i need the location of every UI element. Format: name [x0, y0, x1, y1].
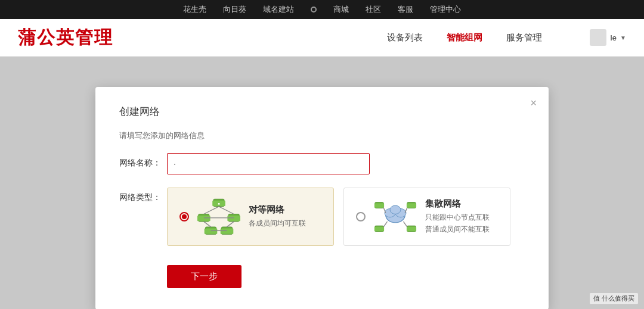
network-name-row: 网络名称：: [119, 153, 525, 174]
top-nav-yuming[interactable]: 域名建站: [263, 4, 294, 15]
svg-rect-26: [374, 227, 384, 231]
peer-network-icon: ■: [197, 198, 240, 236]
svg-line-11: [204, 207, 219, 214]
page-content: 创建网络 × 请填写您添加的网络信息 网络名称： 网络类型：: [0, 57, 644, 309]
header-nav: 设备列表 智能组网 服务管理 Ie ▼: [387, 29, 626, 46]
peer-radio-dot: [182, 214, 187, 219]
nav-service-mgmt[interactable]: 服务管理: [506, 32, 542, 43]
hub-network-card[interactable]: 集散网络 只能跟中心节点互联 普通成员间不能互联: [343, 188, 510, 246]
network-type-row: 网络类型： ■: [119, 188, 525, 246]
svg-line-12: [219, 207, 234, 214]
network-type-control: ■: [167, 188, 525, 246]
dialog-title: 创建网络: [119, 105, 525, 118]
dialog-close-button[interactable]: ×: [530, 98, 537, 108]
dialog-subtitle: 请填写您添加的网络信息: [119, 130, 525, 141]
top-nav-kefu[interactable]: 客服: [398, 4, 413, 15]
peer-card-info: 对等网络 各成员间均可互联: [249, 204, 306, 229]
peer-card-desc: 各成员间均可互联: [249, 218, 306, 229]
top-nav-shangcheng[interactable]: 商城: [333, 4, 349, 15]
peer-radio[interactable]: [179, 212, 189, 221]
top-nav-huashengke[interactable]: 花生壳: [183, 4, 206, 15]
svg-rect-8: [205, 229, 218, 234]
svg-rect-6: [227, 216, 240, 221]
svg-rect-10: [221, 229, 234, 234]
hub-radio[interactable]: [356, 212, 366, 221]
network-name-input[interactable]: [167, 153, 370, 174]
svg-line-13: [204, 221, 211, 227]
svg-text:■: ■: [218, 202, 219, 205]
user-dropdown-arrow-icon: ▼: [620, 35, 626, 41]
svg-rect-4: [197, 216, 210, 221]
user-name: Ie: [610, 33, 617, 42]
top-nav-guanli[interactable]: 管理中心: [430, 4, 461, 15]
user-avatar: [590, 29, 606, 46]
hub-card-name: 集散网络: [425, 198, 490, 210]
svg-rect-28: [407, 227, 416, 231]
svg-rect-24: [407, 204, 416, 208]
top-nav-dot-icon: [311, 7, 317, 13]
hub-network-icon: [374, 198, 417, 236]
peer-network-card[interactable]: ■: [167, 188, 334, 246]
watermark: 值 什么值得买: [590, 293, 638, 304]
network-type-label: 网络类型：: [119, 188, 167, 203]
svg-rect-22: [374, 204, 384, 208]
hub-card-desc: 只能跟中心节点互联 普通成员间不能互联: [425, 212, 490, 235]
header: 蒲公英管理 设备列表 智能组网 服务管理 Ie ▼: [0, 19, 644, 57]
network-type-cards: ■: [167, 188, 525, 246]
next-button[interactable]: 下一步: [167, 265, 242, 288]
nav-smart-network[interactable]: 智能组网: [447, 32, 482, 43]
user-menu[interactable]: Ie ▼: [590, 29, 626, 46]
top-nav-shequ[interactable]: 社区: [366, 4, 381, 15]
top-nav-xiangrukui[interactable]: 向日葵: [223, 4, 246, 15]
network-name-control: [167, 153, 525, 174]
svg-point-20: [390, 205, 401, 214]
nav-device-list[interactable]: 设备列表: [387, 32, 423, 43]
peer-card-name: 对等网络: [249, 204, 306, 216]
top-nav: 花生壳 向日葵 域名建站 商城 社区 客服 管理中心: [0, 0, 644, 19]
network-name-label: 网络名称：: [119, 153, 167, 168]
app-logo: 蒲公英管理: [18, 26, 387, 50]
hub-card-info: 集散网络 只能跟中心节点互联 普通成员间不能互联: [425, 198, 490, 235]
svg-line-32: [404, 221, 407, 227]
create-network-dialog: 创建网络 × 请填写您添加的网络信息 网络名称： 网络类型：: [95, 87, 549, 309]
svg-line-31: [383, 221, 387, 227]
svg-line-14: [227, 221, 234, 227]
